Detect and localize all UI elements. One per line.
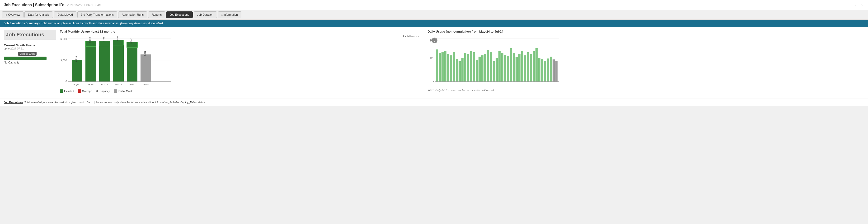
nav-tab-job-executions[interactable]: Job Executions bbox=[166, 11, 192, 18]
bar-aug23 bbox=[72, 60, 82, 82]
footer-link[interactable]: Job Executions bbox=[4, 101, 23, 104]
svg-text:Jan-24: Jan-24 bbox=[143, 83, 149, 86]
footer-end: status. bbox=[197, 101, 205, 104]
overage-label: Overage bbox=[82, 90, 92, 92]
daily-bar-30 bbox=[518, 54, 521, 82]
legend-partial: Partial Month bbox=[114, 89, 133, 93]
nav-tabs: ⌂ OverviewData for AnalysisData Moved3rd… bbox=[0, 10, 868, 20]
nav-arrows: ‹ › bbox=[854, 2, 864, 8]
middle-chart-title: Total Monthly Usage - Last 12 months bbox=[60, 30, 424, 33]
usage-tooltip: Usage: 100% bbox=[18, 52, 36, 56]
daily-bar-37 bbox=[538, 58, 540, 82]
svg-text:Nov-23: Nov-23 bbox=[115, 83, 122, 86]
svg-text:0: 0 bbox=[433, 79, 434, 82]
nav-tab-overview[interactable]: ⌂ Overview bbox=[2, 11, 24, 18]
info-icon: ℹ bbox=[221, 13, 223, 17]
right-chart-title: Daily Usage (non-cumulative) from May-24… bbox=[428, 30, 864, 33]
daily-bar-15 bbox=[476, 60, 478, 82]
home-icon: ⌂ bbox=[5, 13, 7, 17]
footer-or: or bbox=[177, 101, 180, 104]
current-month-section: Current Month Usage up to 2024-07-21 Usa… bbox=[4, 44, 56, 64]
job-executions-heading: Job Executions bbox=[4, 30, 56, 40]
current-month-label: Current Month Usage bbox=[4, 44, 56, 47]
daily-bar-9 bbox=[459, 61, 461, 82]
nav-tab-3rd-party[interactable]: 3rd Party Transformations bbox=[78, 11, 117, 18]
daily-bar-10 bbox=[461, 58, 464, 82]
svg-text:5,858: 5,858 bbox=[116, 36, 119, 41]
svg-text:Oct-23: Oct-23 bbox=[101, 83, 107, 86]
svg-text:3,822: 3,822 bbox=[144, 51, 146, 56]
subscription-id: 29d01525.9066710345 bbox=[67, 3, 101, 7]
daily-bar-4 bbox=[444, 51, 446, 82]
daily-bar-25 bbox=[504, 55, 506, 82]
nav-tab-data-moved[interactable]: Data Moved bbox=[54, 11, 76, 18]
daily-bar-16 bbox=[478, 57, 480, 82]
daily-bar-29 bbox=[516, 57, 518, 82]
overage-color-swatch bbox=[78, 89, 81, 93]
svg-text:3,000: 3,000 bbox=[60, 59, 67, 62]
no-capacity-label: No Capacity bbox=[4, 61, 56, 64]
capacity-label: Capacity bbox=[100, 90, 110, 92]
daily-bar-14 bbox=[473, 52, 475, 82]
left-panel: Job Executions Current Month Usage up to… bbox=[4, 30, 56, 95]
footer-description: : Total sum of all jobs executions withi… bbox=[23, 101, 156, 104]
prev-button[interactable]: ‹ bbox=[854, 2, 858, 8]
svg-text:Dec-23: Dec-23 bbox=[128, 83, 135, 86]
daily-bar-20 bbox=[490, 52, 492, 82]
right-panel: Daily Usage (non-cumulative) from May-24… bbox=[428, 30, 864, 95]
footer-italic2: Deploy_Failed bbox=[180, 101, 197, 104]
partial-label-text: Partial Month bbox=[118, 90, 133, 92]
daily-chart-note: NOTE: Daily Job Execution count is not c… bbox=[428, 89, 864, 91]
bar-nov23 bbox=[113, 40, 124, 82]
svg-text:240: 240 bbox=[430, 37, 434, 40]
daily-bar-43 bbox=[555, 61, 558, 82]
daily-bar-34 bbox=[530, 54, 532, 82]
nav-tab-reports[interactable]: Reports bbox=[148, 11, 165, 18]
middle-panel: Total Monthly Usage - Last 12 months Par… bbox=[60, 30, 424, 95]
bar-sep23 bbox=[86, 41, 96, 82]
daily-chart-wrapper: 2 240 120 0 bbox=[428, 35, 864, 87]
daily-bar-17 bbox=[482, 55, 484, 82]
daily-chart-svg: 2 240 120 0 bbox=[428, 35, 560, 87]
daily-bar-3 bbox=[441, 52, 444, 82]
progress-bar-fill bbox=[4, 57, 46, 60]
bar-chart-wrapper: Partial Month > 6,000 3,000 0 3,010 5,66… bbox=[60, 35, 424, 87]
svg-text:Sep-23: Sep-23 bbox=[87, 83, 94, 86]
nav-tab-automation-runs[interactable]: Automation Runs bbox=[118, 11, 147, 18]
partial-month-label: Partial Month > bbox=[403, 35, 419, 38]
footer-italic1: Execution_Failed bbox=[157, 101, 177, 104]
capacity-dot bbox=[96, 91, 99, 91]
summary-note: (Raw daily data is not discounted) bbox=[120, 22, 163, 25]
daily-bar-19 bbox=[487, 50, 489, 82]
summary-bar: Job Executions Summary - Total sum of al… bbox=[0, 20, 868, 27]
daily-bar-18 bbox=[484, 54, 486, 82]
daily-bar-40 bbox=[547, 58, 549, 82]
daily-bar-23 bbox=[498, 51, 501, 82]
daily-bar-32 bbox=[524, 55, 526, 82]
daily-bar-5 bbox=[447, 54, 449, 82]
included-label: Included bbox=[64, 90, 74, 92]
daily-bar-39 bbox=[544, 61, 546, 82]
daily-bar-12 bbox=[467, 54, 469, 82]
svg-text:5,703: 5,703 bbox=[102, 37, 105, 43]
legend-overage: Overage bbox=[78, 89, 92, 93]
daily-bar-1 bbox=[436, 50, 438, 82]
daily-bar-6 bbox=[450, 55, 452, 82]
daily-bar-31 bbox=[521, 51, 523, 82]
next-button[interactable]: › bbox=[860, 2, 864, 8]
svg-text:5,542: 5,542 bbox=[130, 38, 132, 44]
bar-dec23 bbox=[127, 42, 137, 82]
svg-text:0: 0 bbox=[65, 80, 67, 83]
progress-bar-container bbox=[4, 57, 46, 60]
svg-text:5,660: 5,660 bbox=[89, 37, 91, 43]
legend-included: Included bbox=[60, 89, 74, 93]
daily-bar-22 bbox=[496, 58, 498, 82]
nav-tab-data-for-analysis[interactable]: Data for Analysis bbox=[25, 11, 53, 18]
daily-bar-35 bbox=[533, 51, 535, 82]
nav-tab-information[interactable]: ℹ Information bbox=[218, 11, 241, 18]
daily-bar-27 bbox=[510, 48, 512, 82]
nav-tab-job-duration[interactable]: Job Duration bbox=[194, 11, 217, 18]
legend-capacity: Capacity bbox=[96, 90, 110, 92]
svg-text:3,010: 3,010 bbox=[75, 56, 78, 62]
daily-bar-33 bbox=[527, 52, 529, 82]
